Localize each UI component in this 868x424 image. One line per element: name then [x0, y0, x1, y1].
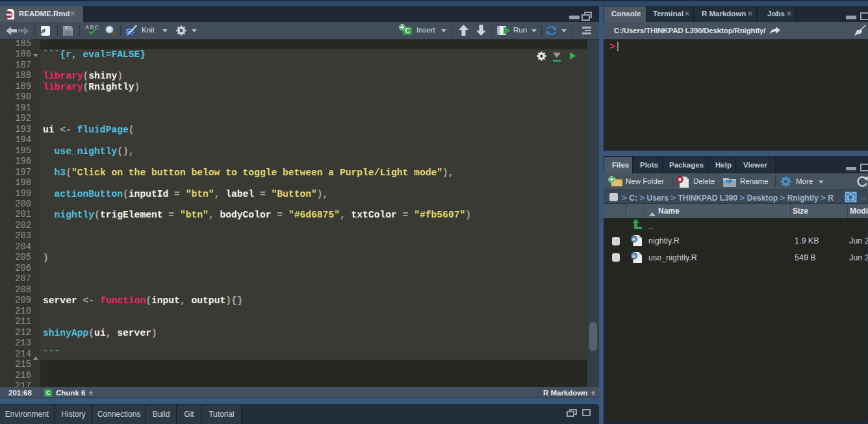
svg-text:R: R [849, 195, 853, 201]
svg-text:R: R [632, 253, 636, 259]
svg-text:R: R [632, 236, 636, 242]
